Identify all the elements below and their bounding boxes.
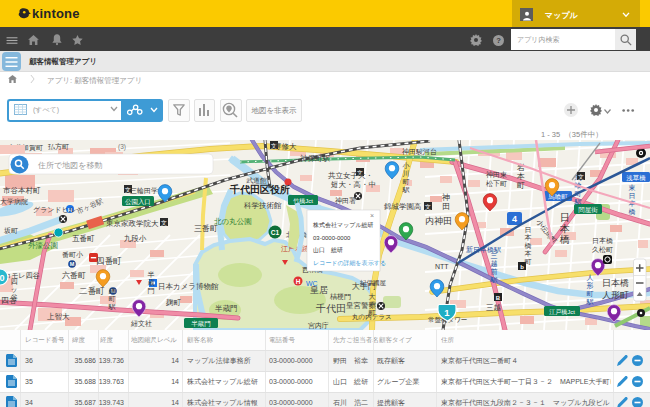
svg-text:外濠公園: 外濠公園 bbox=[28, 241, 58, 250]
svg-text:共立女子大・: 共立女子大・ bbox=[328, 171, 373, 180]
svg-text:問屋街: 問屋街 bbox=[578, 206, 598, 214]
svg-text:H: H bbox=[296, 278, 301, 285]
svg-text:(3): (3) bbox=[118, 143, 126, 151]
svg-text:C1: C1 bbox=[271, 229, 280, 236]
svg-text:文: 文 bbox=[161, 219, 167, 226]
svg-text:グランドヒル: グランドヒル bbox=[33, 206, 76, 213]
svg-text:コモレ四谷: コモレ四谷 bbox=[4, 272, 40, 280]
svg-text:丸の内テラス: 丸の内テラス bbox=[352, 313, 392, 320]
svg-text:坂町: 坂町 bbox=[3, 227, 18, 234]
svg-text:日: 日 bbox=[525, 226, 532, 234]
svg-text:二番町: 二番町 bbox=[79, 286, 105, 296]
svg-text:町: 町 bbox=[517, 181, 525, 190]
svg-text:町: 町 bbox=[109, 295, 116, 302]
svg-text:日本橋: 日本橋 bbox=[602, 278, 629, 288]
svg-text:NTT: NTT bbox=[435, 263, 449, 270]
svg-text:手: 手 bbox=[369, 301, 376, 308]
svg-text:小: 小 bbox=[403, 162, 410, 169]
svg-text:人形町: 人形町 bbox=[602, 290, 629, 300]
svg-text:町: 町 bbox=[525, 258, 532, 265]
svg-text:神田署: 神田署 bbox=[335, 197, 356, 205]
svg-text:市谷本村町: 市谷本村町 bbox=[3, 186, 41, 195]
svg-text:専修大: 専修大 bbox=[274, 142, 297, 151]
svg-text:駅: 駅 bbox=[490, 276, 498, 283]
svg-text:本: 本 bbox=[525, 250, 532, 257]
svg-text:三: 三 bbox=[491, 252, 498, 259]
svg-text:本: 本 bbox=[559, 223, 570, 234]
svg-text:桔梗門: 桔梗門 bbox=[329, 293, 351, 301]
svg-text:形: 形 bbox=[587, 282, 594, 290]
svg-text:神: 神 bbox=[441, 193, 450, 202]
svg-text:川: 川 bbox=[403, 170, 410, 177]
svg-text:駅: 駅 bbox=[402, 186, 410, 193]
svg-text:日本橋: 日本橋 bbox=[592, 237, 613, 245]
svg-text:田: 田 bbox=[442, 202, 450, 211]
svg-text:町: 町 bbox=[587, 290, 594, 297]
svg-text:錦城学園高: 錦城学園高 bbox=[384, 202, 422, 211]
svg-text:宮内庁: 宮内庁 bbox=[308, 322, 329, 329]
svg-text:レコードの詳細を表示する: レコードの詳細を表示する bbox=[313, 259, 386, 267]
svg-text:竹橋Jct: 竹橋Jct bbox=[293, 198, 313, 204]
svg-text:橋: 橋 bbox=[629, 208, 636, 215]
svg-text:公園入口: 公園入口 bbox=[125, 198, 151, 206]
svg-text:紐文社: 紐文社 bbox=[130, 319, 152, 327]
svg-text:五番町: 五番町 bbox=[72, 234, 95, 243]
svg-text:北の丸公園: 北の丸公園 bbox=[214, 217, 252, 226]
svg-text:半蔵門: 半蔵門 bbox=[215, 304, 238, 313]
svg-text:ッ: ッ bbox=[10, 286, 17, 293]
svg-text:?: ? bbox=[496, 36, 501, 45]
svg-text:松下町: 松下町 bbox=[486, 180, 507, 187]
svg-text:門: 門 bbox=[148, 287, 155, 294]
svg-text:江戸橋Jct: 江戸橋Jct bbox=[549, 308, 575, 315]
svg-text:橋: 橋 bbox=[559, 234, 570, 245]
svg-text:紀伊國屋: 紀伊國屋 bbox=[360, 279, 387, 287]
svg-text:神保町駅: 神保町駅 bbox=[300, 154, 331, 163]
svg-text:本: 本 bbox=[525, 234, 532, 241]
svg-text:科学技術館: 科学技術館 bbox=[243, 201, 282, 210]
svg-text:短大・高・中: 短大・高・中 bbox=[331, 180, 376, 189]
svg-text:東京家政学院大: 東京家政学院大 bbox=[106, 219, 159, 228]
svg-text:駅: 駅 bbox=[574, 198, 582, 205]
svg-text:千代田区役所: 千代田区役所 bbox=[229, 184, 290, 195]
svg-text:越: 越 bbox=[491, 260, 498, 268]
svg-text:払方町: 払方町 bbox=[47, 142, 69, 151]
svg-text:本: 本 bbox=[516, 172, 525, 181]
svg-text:三越: 三越 bbox=[486, 303, 502, 312]
svg-text:住所で地図を移動: 住所で地図を移動 bbox=[37, 161, 102, 170]
svg-text:番町小: 番町小 bbox=[62, 251, 83, 258]
svg-text:橋: 橋 bbox=[525, 242, 532, 249]
svg-text:半蔵門: 半蔵門 bbox=[191, 320, 211, 327]
svg-text:神田駿河台: 神田駿河台 bbox=[402, 148, 437, 156]
svg-text:九段小: 九段小 bbox=[124, 234, 147, 243]
svg-text:武道館: 武道館 bbox=[246, 177, 267, 185]
svg-text:B: B bbox=[496, 295, 501, 301]
svg-text:4: 4 bbox=[512, 214, 517, 224]
svg-text:半: 半 bbox=[148, 271, 155, 278]
svg-text:浅草橋: 浅草橋 bbox=[626, 174, 646, 182]
svg-text:駅: 駅 bbox=[108, 303, 116, 310]
svg-text:日: 日 bbox=[560, 212, 570, 223]
svg-text:前: 前 bbox=[491, 268, 498, 275]
svg-text:神田東: 神田東 bbox=[486, 171, 507, 179]
svg-text:四: 四 bbox=[11, 278, 18, 286]
svg-text:四谷: 四谷 bbox=[1, 296, 17, 305]
svg-text:麹町: 麹町 bbox=[165, 298, 182, 307]
svg-text:×: × bbox=[370, 212, 374, 219]
svg-text:03-0000-0000: 03-0000-0000 bbox=[313, 235, 351, 241]
svg-text:日本カメラ博物館: 日本カメラ博物館 bbox=[158, 282, 219, 291]
svg-text:人: 人 bbox=[587, 274, 594, 282]
svg-text:東: 東 bbox=[629, 184, 636, 191]
svg-text:株式会社マップル総研: 株式会社マップル総研 bbox=[312, 222, 374, 229]
svg-text:麹: 麹 bbox=[109, 287, 116, 294]
svg-text:大: 大 bbox=[369, 293, 376, 300]
svg-text:1: 1 bbox=[444, 307, 450, 318]
svg-text:大学病院: 大学病院 bbox=[0, 198, 28, 206]
svg-text:文: 文 bbox=[578, 173, 584, 180]
svg-text:日: 日 bbox=[629, 192, 636, 200]
svg-text:上智大: 上智大 bbox=[47, 312, 70, 321]
svg-text:山口 総研: 山口 総研 bbox=[313, 247, 343, 254]
svg-text:WC: WC bbox=[306, 280, 318, 287]
svg-text:六番町: 六番町 bbox=[62, 271, 86, 280]
svg-text:0: 0 bbox=[0, 273, 5, 283]
svg-text:四番町: 四番町 bbox=[96, 256, 122, 266]
